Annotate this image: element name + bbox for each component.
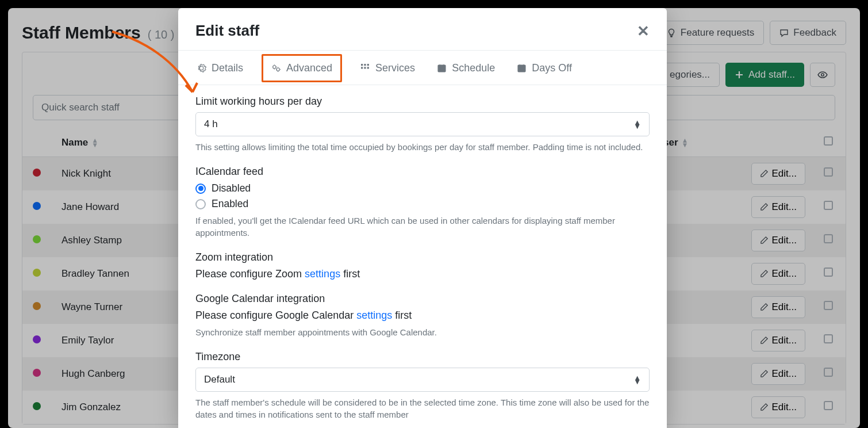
icalendar-help: If enabled, you'll get the ICalendar fee… bbox=[195, 215, 650, 239]
svg-rect-4 bbox=[364, 64, 366, 66]
svg-rect-7 bbox=[364, 67, 366, 68]
chevron-updown-icon: ▲▼ bbox=[633, 120, 641, 128]
grid-icon bbox=[360, 63, 370, 73]
close-icon: ✕ bbox=[637, 22, 650, 40]
limit-hours-select[interactable]: 4 h ▲▼ bbox=[195, 112, 650, 136]
tab-advanced[interactable]: Advanced bbox=[262, 54, 342, 82]
timezone-label: Timezone bbox=[195, 351, 650, 363]
edit-staff-modal: Edit staff ✕ Details Advanced Services S… bbox=[178, 8, 667, 428]
svg-rect-6 bbox=[361, 67, 363, 68]
limit-hours-help: This setting allows limiting the total t… bbox=[195, 141, 650, 153]
zoom-settings-link[interactable]: settings bbox=[305, 268, 340, 280]
timezone-help: The staff member's schedule will be cons… bbox=[195, 396, 650, 421]
gears-icon bbox=[271, 63, 281, 73]
calendar-icon bbox=[437, 63, 447, 73]
tab-details[interactable]: Details bbox=[195, 60, 244, 77]
svg-rect-5 bbox=[367, 64, 369, 66]
tab-services[interactable]: Services bbox=[359, 60, 416, 77]
icalendar-label: ICalendar feed bbox=[195, 166, 650, 178]
gcal-settings-link[interactable]: settings bbox=[356, 309, 392, 321]
tab-daysoff[interactable]: Days Off bbox=[516, 60, 573, 77]
calendar-blank-icon bbox=[517, 63, 527, 73]
svg-rect-8 bbox=[367, 67, 369, 68]
svg-rect-10 bbox=[439, 68, 441, 70]
svg-rect-3 bbox=[361, 64, 363, 66]
gcal-label: Google Calendar integration bbox=[195, 293, 650, 305]
icalendar-disabled-radio[interactable]: Disabled bbox=[195, 182, 650, 194]
svg-point-1 bbox=[273, 66, 276, 68]
limit-hours-label: Limit working hours per day bbox=[195, 95, 650, 108]
timezone-select[interactable]: Default ▲▼ bbox=[195, 368, 650, 392]
chevron-updown-icon: ▲▼ bbox=[633, 376, 641, 384]
zoom-label: Zoom integration bbox=[195, 251, 650, 263]
modal-title: Edit staff bbox=[195, 22, 259, 40]
zoom-config-text: Please configure Zoom settings first bbox=[195, 268, 650, 280]
gcal-config-text: Please configure Google Calendar setting… bbox=[195, 309, 650, 322]
tab-schedule[interactable]: Schedule bbox=[436, 60, 496, 77]
svg-rect-11 bbox=[518, 65, 525, 72]
close-button[interactable]: ✕ bbox=[637, 24, 650, 39]
svg-point-2 bbox=[276, 68, 279, 71]
modal-tabs: Details Advanced Services Schedule Days … bbox=[178, 51, 667, 85]
radio-unchecked-icon bbox=[195, 199, 206, 209]
gear-icon bbox=[197, 63, 206, 73]
radio-checked-icon bbox=[195, 184, 206, 194]
gcal-help: Synchronize staff member appointments wi… bbox=[195, 326, 650, 338]
icalendar-enabled-radio[interactable]: Enabled bbox=[195, 198, 650, 210]
